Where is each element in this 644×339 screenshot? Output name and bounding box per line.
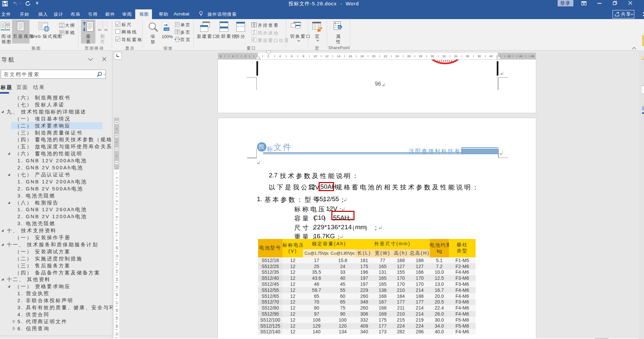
svg-text:S: S xyxy=(338,25,340,29)
svg-text:100: 100 xyxy=(164,28,169,31)
